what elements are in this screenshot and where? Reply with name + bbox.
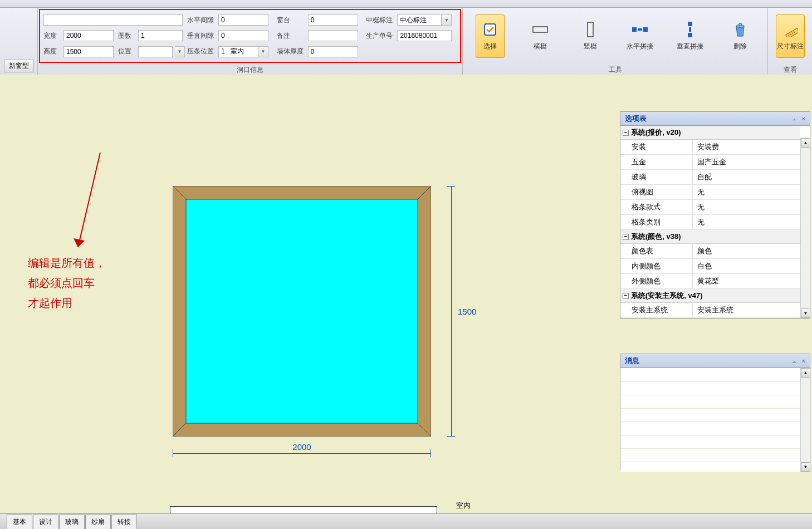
prop-val[interactable]: 安装主系统 xyxy=(693,303,800,317)
h-join-icon xyxy=(631,21,649,38)
prop-row[interactable]: 内侧颜色白色 xyxy=(620,259,800,274)
prop-val[interactable]: 黄花梨 xyxy=(693,274,800,288)
prop-val[interactable]: 安装费 xyxy=(693,140,800,154)
prop-val[interactable]: 颜色 xyxy=(693,244,800,258)
prop-row[interactable]: 外侧颜色黄花梨 xyxy=(620,274,800,289)
tools-group: 选择 横梃 竖梃 水平拼接 xyxy=(462,8,767,75)
svg-rect-2 xyxy=(588,22,593,37)
options-panel-title: 选项表 xyxy=(625,114,647,124)
prop-key: 内侧颜色 xyxy=(620,259,693,273)
prop-row[interactable]: 五金国产五金 xyxy=(620,155,800,170)
tab-design[interactable]: 设计 xyxy=(33,515,58,529)
svg-rect-6 xyxy=(688,22,692,26)
wallthick-input[interactable] xyxy=(308,46,358,57)
svg-rect-10 xyxy=(739,23,741,26)
width-label: 宽度 xyxy=(43,31,61,41)
v-join-button[interactable]: 垂直拼接 xyxy=(676,14,705,58)
delete-button[interactable]: 删除 xyxy=(726,14,755,58)
centermark-label: 中梃标注 xyxy=(366,16,397,25)
scroll-down-icon[interactable]: ▼ xyxy=(801,462,810,472)
vgap-input[interactable] xyxy=(218,30,268,41)
prop-row[interactable]: 俯视图无 xyxy=(620,185,800,200)
position-label: 位置 xyxy=(118,47,136,56)
remark-input[interactable] xyxy=(308,30,358,41)
v-mullion-label: 竖梃 xyxy=(584,42,597,51)
svg-marker-17 xyxy=(74,238,85,247)
svg-rect-5 xyxy=(643,27,648,32)
prop-val[interactable]: 无 xyxy=(693,185,800,199)
dimension-label-button[interactable]: 尺寸标注 xyxy=(776,14,805,58)
remark-label: 备注 xyxy=(277,31,308,41)
pin-icon[interactable]: ⫠ xyxy=(791,115,798,122)
collapse-icon[interactable]: − xyxy=(623,234,629,240)
messages-scrollbar[interactable]: ▲ ▼ xyxy=(800,368,810,472)
dim-label-text: 尺寸标注 xyxy=(777,42,804,51)
prop-row[interactable]: 玻璃自配 xyxy=(620,170,800,185)
annotation-arrow-icon xyxy=(72,153,106,253)
tab-sash[interactable]: 纱扇 xyxy=(85,515,111,529)
width-input[interactable] xyxy=(63,30,114,41)
v-mullion-icon xyxy=(581,21,599,38)
prop-val[interactable]: 自配 xyxy=(693,170,800,184)
prop-row[interactable]: 格条款式无 xyxy=(620,200,800,215)
prop-key: 外侧颜色 xyxy=(620,274,693,288)
tools-group-label: 工具 xyxy=(463,64,767,75)
pin-icon[interactable]: ⫠ xyxy=(791,357,798,364)
prop-val[interactable]: 无 xyxy=(693,200,800,214)
svg-rect-8 xyxy=(688,33,692,37)
prop-row[interactable]: 格条类别无 xyxy=(620,215,800,230)
new-window-group: 新窗型 xyxy=(0,8,38,75)
h-join-label: 水平拼接 xyxy=(627,42,653,51)
v-join-label: 垂直拼接 xyxy=(677,42,703,51)
svg-line-16 xyxy=(78,153,100,247)
v-mullion-button[interactable]: 竖梃 xyxy=(576,14,605,58)
prop-val[interactable]: 无 xyxy=(693,215,800,229)
prop-group-color[interactable]: − 系统(颜色, v38) xyxy=(620,230,800,244)
bottom-tabs: 基本 设计 玻璃 纱扇 转接 xyxy=(0,513,812,529)
h-join-button[interactable]: 水平拼接 xyxy=(625,14,654,58)
count-label: 图数 xyxy=(118,31,136,41)
prop-row[interactable]: 颜色表颜色 xyxy=(620,244,800,259)
h-mullion-button[interactable]: 横梃 xyxy=(526,14,555,58)
ruler-icon xyxy=(781,21,799,38)
scroll-up-icon[interactable]: ▲ xyxy=(801,368,810,378)
prop-key: 安装 xyxy=(620,140,693,154)
position-input[interactable] xyxy=(138,46,173,57)
close-icon[interactable]: × xyxy=(802,357,805,364)
window-drawing[interactable] xyxy=(173,186,431,437)
svg-rect-7 xyxy=(689,27,691,32)
prodorder-input[interactable] xyxy=(397,30,452,41)
annotation-line1: 编辑是所有值， xyxy=(28,253,106,273)
tab-corner[interactable]: 转接 xyxy=(111,515,137,529)
new-window-button[interactable]: 新窗型 xyxy=(4,60,34,72)
position-dropdown-icon[interactable]: ▼ xyxy=(175,46,185,57)
options-panel: 选项表 ⫠ × − 系统(报价, v20) 安装安装费五金国产五金玻璃自配俯视图… xyxy=(620,111,810,319)
height-dimension: 1500 xyxy=(440,186,485,437)
collapse-icon[interactable]: − xyxy=(623,130,629,136)
annotation-line2: 都必须点回车 xyxy=(28,273,106,293)
prop-row[interactable]: 安装安装费 xyxy=(620,140,800,155)
tab-basic[interactable]: 基本 xyxy=(7,515,32,529)
prop-group-quote[interactable]: − 系统(报价, v20) xyxy=(620,126,800,140)
prop-val[interactable]: 白色 xyxy=(693,259,800,273)
scroll-up-icon[interactable]: ▲ xyxy=(801,138,810,148)
centermark-dropdown-icon[interactable]: ▼ xyxy=(442,14,452,26)
svg-rect-4 xyxy=(638,28,642,31)
beadpos-dropdown-icon[interactable]: ▼ xyxy=(258,46,268,57)
centermark-input[interactable] xyxy=(397,14,442,26)
select-tool-button[interactable]: 选择 xyxy=(476,14,505,58)
tab-glass[interactable]: 玻璃 xyxy=(59,515,85,529)
collapse-icon[interactable]: − xyxy=(623,293,629,299)
hgap-input[interactable] xyxy=(218,14,268,26)
beadpos-input[interactable] xyxy=(218,46,258,57)
top-blank-input[interactable] xyxy=(43,14,183,26)
prop-group-install[interactable]: − 系统(安装主系统, v47) xyxy=(620,289,800,303)
count-input[interactable] xyxy=(138,30,183,41)
height-input[interactable] xyxy=(63,46,114,57)
options-scrollbar[interactable]: ▲ ▼ xyxy=(800,138,810,318)
prop-row[interactable]: 安装主系统安装主系统 xyxy=(620,303,800,318)
close-icon[interactable]: × xyxy=(802,115,805,122)
scroll-down-icon[interactable]: ▼ xyxy=(801,308,810,318)
prop-val[interactable]: 国产五金 xyxy=(693,155,800,169)
sill-input[interactable] xyxy=(308,14,358,26)
